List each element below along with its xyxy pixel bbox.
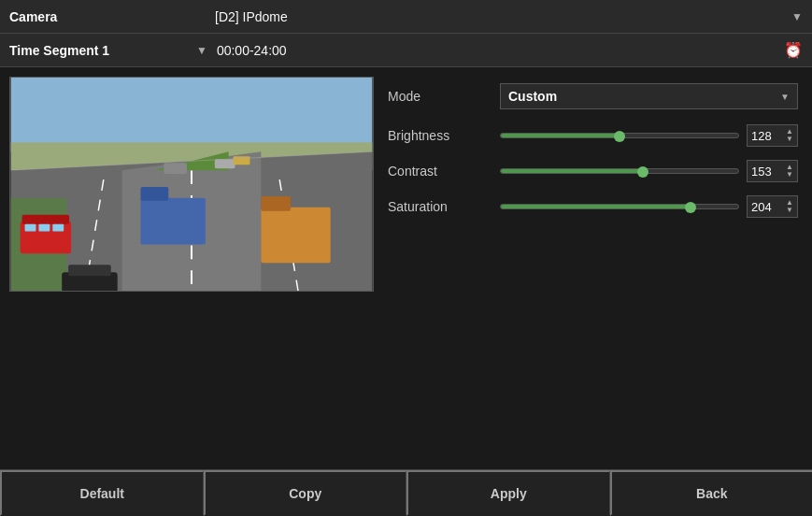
time-segment-row: Time Segment 1 ▼ 00:00-24:00 ⏰: [0, 34, 812, 67]
brightness-slider[interactable]: [500, 133, 739, 138]
controls-panel: Mode Custom ▼ Brightness 128 ▲ ▼: [383, 77, 803, 460]
svg-rect-10: [22, 215, 70, 224]
svg-rect-15: [68, 265, 111, 276]
contrast-value-container: 153 ▲ ▼: [747, 160, 798, 182]
mode-label: Mode: [388, 89, 500, 104]
contrast-row: Contrast 153 ▲ ▼: [388, 158, 798, 184]
svg-rect-0: [11, 78, 373, 151]
svg-rect-16: [140, 198, 205, 245]
back-button[interactable]: Back: [610, 470, 813, 516]
camera-value: [D2] IPdome: [215, 9, 791, 24]
svg-rect-19: [261, 196, 291, 211]
brightness-fill: [501, 134, 620, 137]
time-segment-label: Time Segment 1: [9, 43, 196, 58]
mode-dropdown[interactable]: Custom ▼: [500, 83, 798, 109]
saturation-label: Saturation: [388, 199, 500, 214]
saturation-slider[interactable]: [500, 204, 739, 209]
copy-button[interactable]: Copy: [204, 470, 407, 516]
brightness-thumb[interactable]: [614, 131, 625, 142]
saturation-thumb[interactable]: [685, 202, 696, 213]
contrast-thumb[interactable]: [637, 166, 648, 178]
brightness-spinners[interactable]: ▲ ▼: [786, 128, 793, 143]
svg-rect-13: [52, 224, 64, 232]
saturation-value: 204: [751, 200, 772, 214]
svg-rect-18: [261, 208, 330, 263]
saturation-value-container: 204 ▲ ▼: [747, 195, 798, 218]
contrast-fill: [501, 169, 643, 173]
video-preview: [9, 77, 374, 292]
header-row: Camera [D2] IPdome ▼: [0, 0, 812, 34]
camera-label: Camera: [9, 9, 215, 24]
bottom-bar: Default Copy Apply Back: [0, 469, 812, 516]
mode-row: Mode Custom ▼: [388, 81, 798, 111]
svg-rect-21: [215, 159, 235, 168]
svg-rect-17: [140, 187, 168, 201]
svg-rect-12: [38, 224, 50, 232]
mode-dropdown-arrow: ▼: [780, 92, 790, 102]
saturation-spinners[interactable]: ▲ ▼: [786, 199, 793, 214]
road-scene-svg: [10, 78, 373, 291]
video-panel: [9, 77, 374, 460]
clock-icon[interactable]: ⏰: [784, 41, 803, 59]
default-button[interactable]: Default: [0, 470, 204, 516]
time-segment-value: 00:00-24:00: [217, 43, 784, 58]
saturation-fill: [501, 205, 691, 208]
brightness-value: 128: [751, 129, 772, 143]
time-segment-dropdown-icon[interactable]: ▼: [196, 44, 207, 57]
svg-rect-11: [25, 224, 36, 232]
contrast-spinners[interactable]: ▲ ▼: [786, 164, 793, 179]
brightness-label: Brightness: [388, 128, 500, 143]
main-content: Mode Custom ▼ Brightness 128 ▲ ▼: [0, 67, 812, 469]
saturation-row: Saturation 204 ▲ ▼: [388, 194, 798, 220]
contrast-value: 153: [751, 165, 772, 179]
brightness-row: Brightness 128 ▲ ▼: [388, 122, 798, 149]
svg-rect-20: [164, 163, 187, 174]
apply-button[interactable]: Apply: [406, 470, 610, 516]
contrast-slider[interactable]: [500, 168, 739, 174]
mode-value: Custom: [508, 89, 557, 104]
svg-rect-22: [234, 156, 250, 165]
brightness-value-container: 128 ▲ ▼: [747, 124, 798, 147]
contrast-label: Contrast: [388, 164, 500, 179]
camera-dropdown-icon[interactable]: ▼: [791, 10, 803, 23]
